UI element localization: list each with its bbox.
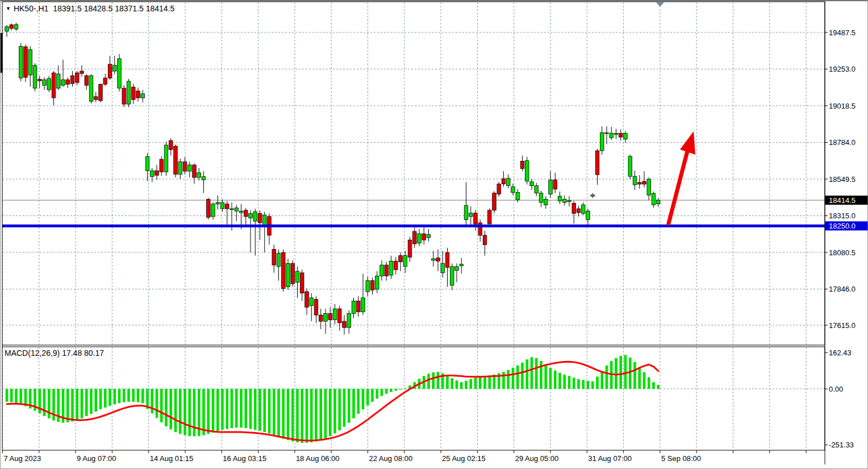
- bull-candle: [375, 276, 379, 289]
- macd-histogram-bar: [399, 389, 402, 389]
- symbol-period-label: HK50-,H1: [14, 4, 48, 13]
- bear-candle: [99, 84, 103, 101]
- bear-candle: [66, 80, 70, 84]
- bear-candle: [85, 76, 89, 85]
- bull-candle: [295, 271, 299, 282]
- macd-histogram-bar: [99, 389, 102, 409]
- bear-candle: [76, 73, 80, 82]
- bull-candle: [310, 298, 314, 306]
- macd-histogram-bar: [212, 389, 215, 433]
- bear-candle: [244, 210, 248, 217]
- bull-candle: [19, 47, 23, 78]
- bull-candle: [249, 213, 253, 218]
- macd-histogram-bar: [521, 363, 524, 389]
- macd-histogram-bar: [554, 371, 557, 389]
- macd-histogram-bar: [357, 389, 360, 414]
- macd-histogram-bar: [544, 364, 547, 389]
- time-axis-label: 16 Aug 03:15: [223, 454, 266, 463]
- bull-candle: [591, 195, 595, 196]
- macd-axis-label: -251.33: [829, 441, 854, 449]
- bull-candle: [33, 65, 37, 88]
- bear-candle: [497, 184, 501, 194]
- macd-histogram-bar: [207, 389, 210, 434]
- current-price-tag-label: 18414.5: [829, 196, 856, 205]
- macd-histogram-bar: [240, 389, 243, 428]
- bear-candle: [258, 213, 262, 223]
- macd-histogram-bar: [160, 389, 163, 422]
- bull-candle: [333, 309, 337, 319]
- macd-histogram-bar: [348, 389, 350, 423]
- macd-histogram-bar: [306, 389, 308, 443]
- macd-histogram-bar: [52, 389, 55, 421]
- bear-candle: [174, 146, 178, 175]
- price-axis-label: 17615.0: [829, 321, 856, 330]
- macd-histogram-bar: [460, 382, 463, 389]
- bull-candle: [220, 202, 224, 209]
- bull-candle: [469, 213, 473, 217]
- bull-candle: [610, 133, 614, 138]
- bear-candle: [343, 321, 347, 327]
- macd-histogram-bar: [94, 389, 97, 412]
- bear-candle: [483, 235, 487, 245]
- bull-candle: [647, 179, 651, 195]
- macd-histogram-bar: [390, 389, 393, 392]
- macd-histogram-bar: [381, 389, 383, 396]
- macd-histogram-bar: [587, 381, 590, 389]
- macd-histogram-bar: [235, 389, 238, 428]
- macd-histogram-bar: [319, 389, 322, 440]
- bear-candle: [132, 87, 136, 99]
- macd-histogram-bar: [10, 389, 13, 402]
- bear-candle: [553, 180, 557, 189]
- macd-histogram-bar: [456, 380, 458, 389]
- macd-histogram-bar: [108, 389, 111, 406]
- macd-histogram-bar: [81, 389, 84, 418]
- bull-candle: [145, 156, 149, 171]
- bear-candle: [385, 265, 389, 276]
- bull-candle: [347, 313, 351, 327]
- macd-histogram-bar: [301, 389, 303, 443]
- macd-histogram-bar: [479, 376, 482, 389]
- macd-histogram-bar: [385, 389, 388, 394]
- macd-histogram-bar: [619, 356, 622, 389]
- macd-histogram-bar: [394, 389, 397, 391]
- bull-candle: [239, 211, 243, 213]
- macd-histogram-bar: [404, 388, 407, 389]
- macd-histogram-bar: [615, 358, 617, 389]
- bull-candle: [441, 263, 445, 273]
- macd-histogram-bar: [127, 389, 130, 402]
- macd-histogram-bar: [375, 389, 378, 399]
- bull-candle: [118, 59, 122, 88]
- macd-histogram-bar: [648, 377, 650, 389]
- ohlc-readout: 18391.5 18428.5 18371.5 18414.5: [53, 4, 174, 13]
- bear-candle: [122, 88, 126, 104]
- macd-histogram-bar: [563, 375, 566, 389]
- macd-histogram-bar: [362, 389, 365, 409]
- bull-candle: [263, 215, 267, 226]
- macd-histogram-bar: [483, 376, 486, 389]
- bear-candle: [38, 79, 42, 81]
- macd-histogram-bar: [427, 373, 430, 389]
- macd-histogram-bar: [657, 385, 660, 389]
- macd-histogram-bar: [151, 389, 153, 413]
- bear-candle: [10, 25, 14, 28]
- bull-candle: [544, 200, 548, 205]
- time-axis-label: 7 Aug 2023: [4, 454, 41, 463]
- macd-histogram-bar: [582, 380, 585, 389]
- bear-candle: [502, 179, 506, 184]
- bear-candle: [436, 258, 440, 262]
- bull-candle: [127, 81, 131, 104]
- macd-histogram-bar: [249, 389, 252, 429]
- chart-canvas[interactable]: 19487.519253.019018.518784.018549.518315…: [0, 0, 868, 469]
- bear-candle: [291, 263, 295, 284]
- price-axis-label: 18784.0: [829, 138, 856, 147]
- macd-histogram-bar: [188, 389, 191, 436]
- macd-histogram-bar: [132, 389, 135, 402]
- macd-histogram-bar: [512, 368, 515, 389]
- macd-histogram-bar: [287, 389, 290, 440]
- price-axis-label: 18080.5: [829, 248, 856, 257]
- bull-candle: [113, 65, 117, 71]
- macd-histogram-bar: [258, 389, 261, 431]
- support-hline-object[interactable]: [2, 225, 825, 227]
- bear-candle: [94, 97, 98, 99]
- symbol-dropdown-icon[interactable]: ▼: [6, 6, 11, 11]
